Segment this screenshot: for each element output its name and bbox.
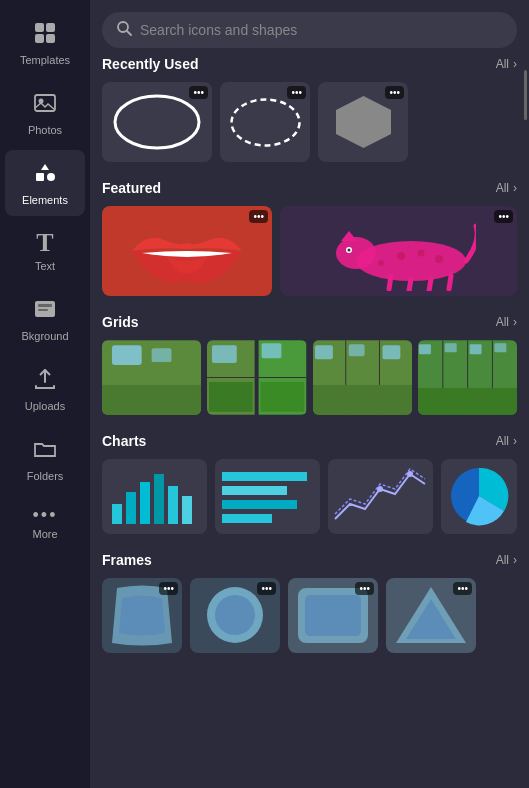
frame-options-button[interactable]: ••• <box>257 582 276 595</box>
svg-rect-10 <box>38 309 48 311</box>
svg-rect-1 <box>46 23 55 32</box>
grid-4col-item[interactable] <box>418 340 517 415</box>
frames-title: Frames <box>102 552 152 568</box>
svg-rect-57 <box>126 492 136 524</box>
sidebar-item-text[interactable]: T Text <box>5 220 85 282</box>
svg-point-13 <box>115 96 199 148</box>
featured-row: ••• <box>102 206 517 296</box>
photos-icon <box>32 90 58 120</box>
main-panel: Recently Used All › ••• <box>90 0 529 788</box>
sidebar-item-label: Uploads <box>25 400 65 412</box>
more-icon: ••• <box>33 506 58 524</box>
svg-rect-72 <box>305 595 361 636</box>
sidebar-item-elements[interactable]: Elements <box>5 150 85 216</box>
charts-header: Charts All › <box>102 433 517 449</box>
svg-point-23 <box>397 252 405 260</box>
svg-rect-0 <box>35 23 44 32</box>
charts-title: Charts <box>102 433 146 449</box>
svg-rect-38 <box>212 345 237 363</box>
svg-marker-15 <box>336 96 391 148</box>
charts-all-button[interactable]: All › <box>496 434 517 448</box>
frame-3-item[interactable]: ••• <box>288 578 378 653</box>
svg-point-17 <box>336 237 376 269</box>
hexagon-gray-shape[interactable]: ••• <box>318 82 408 162</box>
frame-options-button[interactable]: ••• <box>453 582 472 595</box>
svg-rect-51 <box>418 388 517 415</box>
svg-rect-52 <box>419 344 431 354</box>
charts-row <box>102 459 517 534</box>
svg-point-6 <box>47 173 55 181</box>
svg-rect-9 <box>38 304 52 307</box>
sidebar-item-label: Photos <box>28 124 62 136</box>
featured-leopard-item[interactable]: ••• <box>280 206 517 296</box>
svg-point-67 <box>407 471 413 477</box>
featured-section: Featured All › <box>102 180 517 296</box>
chevron-right-icon: › <box>513 434 517 448</box>
svg-marker-18 <box>341 231 357 241</box>
frame-options-button[interactable]: ••• <box>355 582 374 595</box>
shape-options-button[interactable]: ••• <box>385 86 404 99</box>
sidebar-item-folders[interactable]: Folders <box>5 426 85 492</box>
svg-point-26 <box>378 260 384 266</box>
recently-used-header: Recently Used All › <box>102 56 517 72</box>
frames-all-button[interactable]: All › <box>496 553 517 567</box>
svg-rect-37 <box>261 382 305 412</box>
featured-item-options[interactable]: ••• <box>494 210 513 223</box>
sidebar-item-label: Elements <box>22 194 68 206</box>
svg-point-25 <box>435 255 443 263</box>
frame-2-item[interactable]: ••• <box>190 578 280 653</box>
scrollbar[interactable] <box>524 70 527 120</box>
oval-dashed-shape[interactable]: ••• <box>220 82 310 162</box>
grids-all-button[interactable]: All › <box>496 315 517 329</box>
featured-all-button[interactable]: All › <box>496 181 517 195</box>
grids-section: Grids All › <box>102 314 517 415</box>
content-area: Recently Used All › ••• <box>90 56 529 788</box>
svg-rect-55 <box>494 343 506 352</box>
svg-rect-58 <box>140 482 150 524</box>
featured-lips-item[interactable]: ••• <box>102 206 272 296</box>
svg-rect-61 <box>182 496 192 524</box>
chart-hbar-item[interactable] <box>215 459 320 534</box>
sidebar-item-label: Templates <box>20 54 70 66</box>
svg-rect-64 <box>222 500 297 509</box>
grid-single-item[interactable] <box>102 340 201 415</box>
grid-3col-item[interactable] <box>313 340 412 415</box>
sidebar-item-templates[interactable]: Templates <box>5 10 85 76</box>
svg-rect-65 <box>222 514 272 523</box>
svg-rect-54 <box>469 344 481 354</box>
svg-rect-43 <box>313 385 412 415</box>
oval-white-shape[interactable]: ••• <box>102 82 212 162</box>
frame-4-item[interactable]: ••• <box>386 578 476 653</box>
chart-bar-item[interactable] <box>102 459 207 534</box>
featured-item-options[interactable]: ••• <box>249 210 268 223</box>
svg-point-28 <box>348 249 351 252</box>
grids-title: Grids <box>102 314 139 330</box>
recently-used-all-button[interactable]: All › <box>496 57 517 71</box>
text-icon: T <box>36 230 53 256</box>
svg-rect-4 <box>35 95 55 111</box>
sidebar-item-more[interactable]: ••• More <box>5 496 85 550</box>
svg-rect-7 <box>36 173 44 181</box>
grids-header: Grids All › <box>102 314 517 330</box>
svg-rect-44 <box>314 345 332 359</box>
svg-line-12 <box>127 31 131 35</box>
search-bar[interactable] <box>102 12 517 48</box>
grid-2col-item[interactable] <box>207 340 306 415</box>
chart-pie-item[interactable] <box>441 459 517 534</box>
svg-rect-53 <box>445 343 457 352</box>
sidebar-item-uploads[interactable]: Uploads <box>5 356 85 422</box>
shape-options-button[interactable]: ••• <box>189 86 208 99</box>
sidebar-item-photos[interactable]: Photos <box>5 80 85 146</box>
svg-point-24 <box>418 250 425 257</box>
svg-rect-32 <box>152 348 172 362</box>
sidebar-item-background[interactable]: Bkground <box>5 286 85 352</box>
frame-options-button[interactable]: ••• <box>159 582 178 595</box>
charts-section: Charts All › <box>102 433 517 534</box>
svg-rect-31 <box>112 345 142 365</box>
shape-options-button[interactable]: ••• <box>287 86 306 99</box>
uploads-icon <box>32 366 58 396</box>
chart-line-item[interactable] <box>328 459 433 534</box>
frame-1-item[interactable]: ••• <box>102 578 182 653</box>
svg-rect-46 <box>382 345 400 359</box>
search-input[interactable] <box>140 22 503 38</box>
